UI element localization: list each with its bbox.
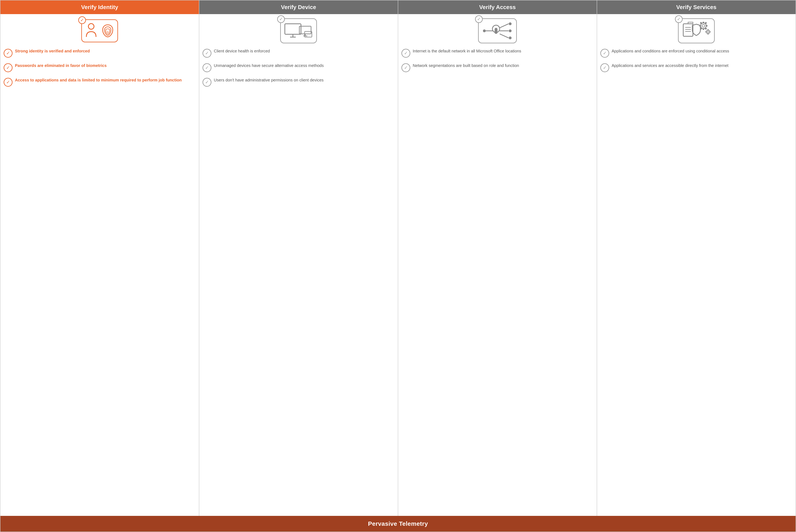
access-touch-icon <box>482 22 513 40</box>
column-access: Verify Access ✓ <box>398 0 597 516</box>
body-access: ✓ <box>398 14 597 516</box>
body-device: ✓ <box>199 14 398 516</box>
svg-rect-2 <box>285 24 301 34</box>
svg-rect-38 <box>705 31 707 33</box>
column-device: Verify Device ✓ <box>199 0 398 516</box>
check-circle-services-icon: ✓ <box>675 15 683 23</box>
check-item-device-0: ✓ Client device health is enforced <box>203 49 394 58</box>
check-icon-2: ✓ <box>4 78 13 87</box>
icon-box-identity: ✓ <box>81 19 118 42</box>
icon-area-services: ✓ <box>600 18 792 44</box>
check-text-identity-1: Passwords are eliminated in favor of bio… <box>15 63 107 68</box>
svg-point-17 <box>509 30 512 32</box>
check-item-services-0: ✓ Applications and conditions are enforc… <box>600 49 792 58</box>
check-icon-0: ✓ <box>4 49 13 58</box>
check-item-device-1: ✓ Unmanaged devices have secure alternat… <box>203 63 394 72</box>
svg-point-33 <box>706 30 710 34</box>
svg-point-23 <box>701 23 706 28</box>
check-text-services-1: Applications and services are accessible… <box>612 63 728 68</box>
check-icon-1: ✓ <box>4 63 13 72</box>
check-circle-identity-icon: ✓ <box>78 16 86 24</box>
icon-area-access: ✓ <box>402 18 593 44</box>
check-icon-services-0: ✓ <box>600 49 609 58</box>
columns-row: Verify Identity ✓ <box>0 0 796 516</box>
check-item-access-0: ✓ Internet is the default network in all… <box>402 49 593 58</box>
check-item-device-2: ✓ Users don't have administrative permis… <box>203 77 394 87</box>
icon-box-access: ✓ <box>478 18 517 43</box>
header-device-label: Verify Device <box>281 4 316 10</box>
icon-area-device: ✓ <box>203 18 394 44</box>
svg-point-24 <box>702 24 705 27</box>
check-text-identity-2: Access to applications and data is limit… <box>15 77 182 83</box>
check-icon-access-0: ✓ <box>402 49 410 58</box>
check-item-access-1: ✓ Network segmentations are built based … <box>402 63 593 72</box>
check-text-access-0: Internet is the default network in all M… <box>413 49 521 54</box>
check-circle-device-icon: ✓ <box>277 15 285 23</box>
header-identity-label: Verify Identity <box>81 4 118 10</box>
check-text-device-0: Client device health is enforced <box>214 49 270 54</box>
svg-line-13 <box>500 24 508 28</box>
check-item-services-1: ✓ Applications and services are accessib… <box>600 63 792 72</box>
check-circle-access-icon: ✓ <box>475 15 483 23</box>
icon-box-services: ✓ <box>678 18 715 43</box>
device-computers-icon <box>284 22 313 40</box>
icon-area-identity: ✓ <box>4 18 196 44</box>
svg-rect-27 <box>706 25 707 26</box>
fingerprint-icon <box>102 24 114 38</box>
main-container: Verify Identity ✓ <box>0 0 796 532</box>
header-services: Verify Services <box>597 0 796 14</box>
header-services-label: Verify Services <box>676 4 716 10</box>
body-services: ✓ <box>597 14 796 516</box>
svg-rect-35 <box>707 29 709 31</box>
check-item-identity-1: ✓ Passwords are eliminated in favor of b… <box>4 63 196 72</box>
check-icon-device-2: ✓ <box>203 78 211 87</box>
check-icon-access-1: ✓ <box>402 63 410 72</box>
svg-rect-25 <box>703 22 704 23</box>
svg-rect-37 <box>709 31 710 33</box>
check-icon-device-1: ✓ <box>203 63 211 72</box>
svg-point-34 <box>707 31 709 33</box>
svg-rect-12 <box>495 28 497 34</box>
body-identity: ✓ <box>0 14 199 516</box>
services-icons <box>682 22 710 40</box>
person-icon <box>86 23 100 39</box>
svg-point-0 <box>88 24 94 29</box>
check-item-identity-0: ✓ Strong identity is verified and enforc… <box>4 49 196 58</box>
svg-rect-26 <box>703 28 704 30</box>
column-services: Verify Services ✓ <box>597 0 796 516</box>
header-access: Verify Access <box>398 0 597 14</box>
svg-point-9 <box>483 30 486 32</box>
check-item-identity-2: ✓ Access to applications and data is lim… <box>4 77 196 87</box>
svg-line-15 <box>500 34 508 38</box>
check-text-identity-0: Strong identity is verified and enforced <box>15 49 90 54</box>
check-icon-services-1: ✓ <box>600 63 609 72</box>
header-device: Verify Device <box>199 0 398 14</box>
check-text-device-2: Users don't have administrative permissi… <box>214 77 323 83</box>
check-icon-device-0: ✓ <box>203 49 211 58</box>
header-identity: Verify Identity <box>0 0 199 14</box>
header-access-label: Verify Access <box>479 4 516 10</box>
svg-rect-28 <box>699 25 701 26</box>
svg-point-16 <box>509 22 512 25</box>
icon-box-device: ✓ <box>280 18 317 43</box>
bottom-banner: Pervasive Telemetry <box>0 516 796 532</box>
svg-rect-19 <box>683 24 693 36</box>
check-text-services-0: Applications and conditions are enforced… <box>612 49 729 54</box>
bottom-banner-text: Pervasive Telemetry <box>368 520 428 527</box>
check-text-access-1: Network segmentations are built based on… <box>413 63 519 68</box>
svg-rect-36 <box>707 33 709 35</box>
check-text-device-1: Unmanaged devices have secure alternativ… <box>214 63 324 68</box>
svg-point-18 <box>509 37 512 39</box>
column-identity: Verify Identity ✓ <box>0 0 199 516</box>
